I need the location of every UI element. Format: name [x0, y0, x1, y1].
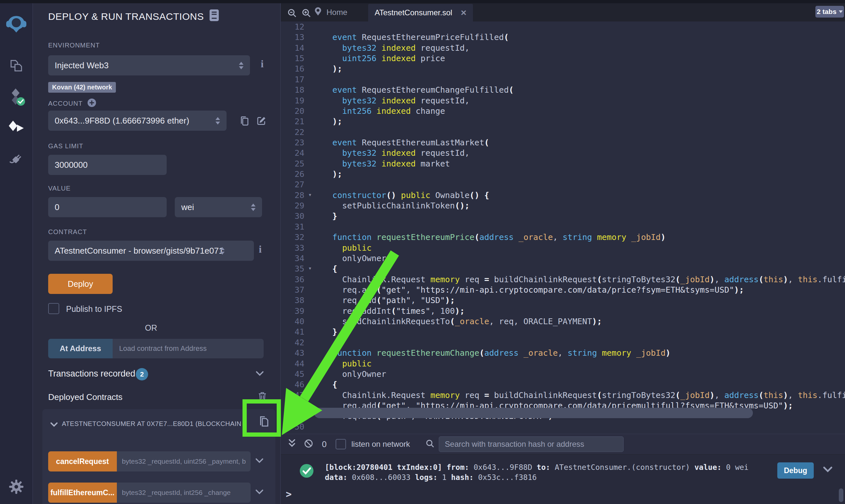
deploy-button[interactable]: Deploy [48, 274, 113, 294]
code-line[interactable]: 50 [281, 421, 845, 432]
value-unit-select[interactable]: wei [175, 197, 262, 217]
expand-terminal-icon[interactable] [288, 439, 296, 450]
code-line[interactable]: 32 function requestEthereumPrice(address… [281, 232, 845, 242]
environment-label: ENVIRONMENT [48, 42, 100, 49]
tab-active-file[interactable]: ATestnetConsumer.sol × [368, 4, 473, 21]
code-line[interactable]: 19 bytes32 indexed requestId, [281, 95, 845, 106]
select-caret-icon [215, 117, 220, 125]
instance-title[interactable]: ATESTNETCONSUMER AT 0X7E7...E80D1 (BLOCK… [62, 420, 251, 428]
code-line[interactable]: 44 public [281, 358, 845, 369]
solidity-compiler-icon[interactable] [7, 87, 25, 108]
code-line[interactable]: 29 setPublicChainlinkToken(); [281, 200, 845, 211]
code-line[interactable]: 30 } [281, 211, 845, 221]
zoom-in-icon[interactable] [301, 8, 311, 19]
code-line[interactable]: 41 } [281, 326, 845, 337]
code-line[interactable]: 43 function requestEthereumChange(addres… [281, 347, 845, 358]
zoom-out-icon[interactable] [287, 8, 297, 19]
environment-select[interactable]: Injected Web3 [48, 55, 250, 75]
plugin-manager-icon[interactable] [8, 151, 24, 168]
function-button[interactable]: fulfillEthereumC... [48, 483, 117, 503]
panel-title-row: DEPLOY & RUN TRANSACTIONS [48, 9, 219, 24]
code-line[interactable]: 16 ); [281, 64, 845, 74]
tabs-count-button[interactable]: 2 tabs [815, 6, 844, 18]
log-expand-chevron-icon[interactable] [823, 466, 833, 474]
code-line[interactable]: 13 event RequestEthereumPriceFulfilled( [281, 32, 845, 42]
gas-limit-input[interactable]: 3000000 [48, 155, 167, 175]
code-line[interactable]: 26 ); [281, 169, 845, 179]
code-line[interactable]: 34 onlyOwner [281, 253, 845, 264]
code-line[interactable]: 18 event RequestEthereumChangeFulfilled( [281, 85, 845, 95]
tx-success-icon [299, 464, 314, 479]
editor-horizontal-scrollbar[interactable] [314, 408, 753, 418]
publish-ipfs-checkbox[interactable] [48, 303, 59, 314]
select-caret-icon [251, 203, 256, 211]
code-line[interactable]: 24 bytes32 indexed requestId, [281, 148, 845, 158]
account-label: ACCOUNT [48, 100, 83, 107]
clear-console-icon[interactable] [304, 439, 313, 450]
tab-file-label: ATestnetConsumer.sol [375, 8, 452, 17]
tx-log-line1[interactable]: [block:20780401 txIndex:0] from: 0x643..… [325, 462, 774, 472]
contract-info-icon[interactable]: i [259, 243, 262, 255]
code-line[interactable]: 42 [281, 337, 845, 347]
tab-home[interactable]: Home [313, 3, 347, 21]
transactions-recorded-label: Transactions recorded [48, 369, 135, 379]
code-line[interactable]: 22 [281, 127, 845, 137]
edit-account-icon[interactable] [256, 115, 267, 128]
debug-button[interactable]: Debug [777, 462, 814, 479]
terminal-scrollbar[interactable] [839, 488, 843, 502]
remix-logo-icon[interactable] [6, 14, 27, 36]
code-line[interactable]: 23 event RequestEthereumLastMarket( [281, 137, 845, 148]
tx-log-line2[interactable]: data: 0x608...60033 logs: 1 hash: 0x53c.… [325, 472, 774, 483]
environment-info-icon[interactable]: i [261, 58, 264, 70]
terminal-search-input[interactable] [439, 436, 624, 452]
instance-chevron-icon[interactable] [50, 422, 58, 429]
value-input[interactable]: 0 [48, 197, 167, 217]
transactions-chevron-icon[interactable] [256, 371, 264, 378]
code-line[interactable]: 25 bytes32 indexed market [281, 158, 845, 169]
code-line[interactable]: 39 req.addInt("times", 100); [281, 306, 845, 316]
function-expand-icon[interactable] [255, 489, 264, 496]
window-top-strip [0, 0, 845, 3]
code-line[interactable]: 12 [281, 21, 845, 32]
code-line[interactable]: 17 [281, 74, 845, 85]
copy-account-icon[interactable] [239, 115, 250, 128]
function-params-input[interactable]: bytes32 _requestId, int256 _change [117, 483, 251, 503]
code-line[interactable]: 28▾ constructor() public Ownable() { [281, 190, 845, 200]
code-line[interactable]: 14 bytes32 indexed requestId, [281, 42, 845, 53]
search-icon [425, 439, 435, 450]
code-line[interactable]: 27 [281, 179, 845, 190]
tab-close-icon[interactable]: × [461, 8, 466, 18]
listen-network-checkbox[interactable] [335, 439, 346, 449]
contract-doc-icon[interactable] [209, 9, 219, 24]
function-expand-icon[interactable] [255, 458, 264, 465]
listen-network-label: listen on network [351, 439, 410, 449]
at-address-input[interactable]: Load contract from Address [113, 339, 264, 358]
deploy-run-icon[interactable] [8, 120, 24, 137]
function-button[interactable]: cancelRequest [48, 451, 117, 471]
code-line[interactable]: 36 Chainlink.Request memory req = buildC… [281, 274, 845, 285]
code-line[interactable]: 33 public [281, 242, 845, 253]
code-line[interactable]: 20 int256 indexed change [281, 106, 845, 116]
file-explorer-icon[interactable] [8, 58, 24, 75]
add-account-icon[interactable] [87, 98, 96, 109]
code-line[interactable]: 31 [281, 221, 845, 232]
code-line[interactable]: 38 req.add("path", "USD"); [281, 295, 845, 305]
function-row: cancelRequestbytes32 _requestId, uint256… [48, 451, 264, 471]
annotation-box [242, 399, 281, 437]
gas-limit-value: 3000000 [55, 160, 88, 170]
code-line[interactable]: 46▾ { [281, 379, 845, 390]
account-select[interactable]: 0x643...9F88D (1.666673996 ether) [48, 111, 227, 131]
editor-tabbar: Home ATestnetConsumer.sol × [281, 3, 845, 21]
contract-select[interactable]: ATestnetConsumer - browser/gists/9b71e07… [48, 240, 254, 261]
function-params-input[interactable]: bytes32 _requestId, uint256 _payment, b [117, 451, 251, 471]
settings-gear-icon[interactable] [9, 479, 24, 496]
code-line[interactable]: 35▾ { [281, 264, 845, 274]
code-line[interactable]: 40 sendChainlinkRequestTo(_oracle, req, … [281, 316, 845, 326]
code-line[interactable]: 21 ); [281, 116, 845, 126]
code-line[interactable]: 15 uint256 indexed price [281, 53, 845, 64]
at-address-button[interactable]: At Address [48, 339, 113, 358]
terminal-prompt[interactable]: > [286, 488, 292, 500]
code-line[interactable]: 47 Chainlink.Request memory req = buildC… [281, 390, 845, 400]
code-line[interactable]: 37 req.add("get", "https://min-api.crypt… [281, 285, 845, 295]
code-line[interactable]: 45 onlyOwner [281, 369, 845, 379]
